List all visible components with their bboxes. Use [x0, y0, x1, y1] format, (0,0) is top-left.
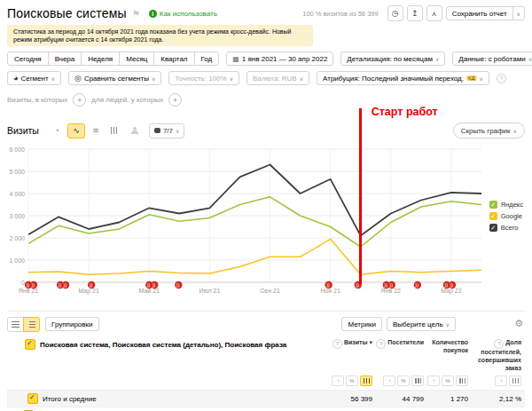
annotation-line — [359, 108, 363, 284]
cell-value: 2,12 % — [468, 395, 521, 403]
save-report-button[interactable]: Сохранить отчет — [446, 6, 513, 20]
bookmark-icon[interactable]: ⚑ — [132, 9, 140, 19]
row-checkbox[interactable] — [27, 393, 38, 404]
svg-text:)): )) — [27, 282, 30, 288]
period-tab-5[interactable]: Год — [194, 51, 220, 66]
svg-text:)): )) — [444, 282, 448, 288]
table-rows: Итого и средние56 39944 7991 2702,12 %+Я… — [7, 390, 525, 411]
svg-text:Мар 22: Мар 22 — [441, 288, 462, 295]
question-icon[interactable]: ? — [494, 339, 504, 349]
percent-icon[interactable]: % — [346, 375, 358, 386]
page-title: Поисковые системы — [7, 6, 127, 20]
pie-chart-icon[interactable]: ◔ — [427, 375, 440, 386]
period-filter-row: СегодняВчераНеделяМесяцКварталГод ▦ 1 ян… — [7, 51, 525, 66]
segment-icon: ◕ — [13, 74, 18, 83]
legend-checkbox[interactable]: ✓ — [489, 224, 497, 232]
period-tab-0[interactable]: Сегодня — [7, 51, 49, 66]
accuracy-dropdown[interactable]: Точность: 100%∨ — [168, 71, 239, 85]
bar-chart-toggle[interactable] — [106, 123, 124, 138]
save-report-dropdown[interactable]: ∨ — [512, 6, 525, 20]
question-icon[interactable]: ? — [332, 339, 342, 349]
attribution-badge: КД — [466, 75, 477, 81]
legend-item-всего[interactable]: ✓Всего — [489, 224, 523, 232]
chevron-down-icon: ∨ — [230, 75, 233, 82]
groupings-button[interactable]: Группировки — [45, 317, 99, 331]
save-report-group: Сохранить отчет ∨ — [446, 6, 525, 20]
cell-value: 44 799 — [372, 395, 424, 403]
export-button[interactable]: ↥ — [407, 5, 423, 21]
bar-chart-icon[interactable] — [509, 375, 521, 386]
chevron-down-icon: ∨ — [517, 11, 520, 17]
list-view-button[interactable] — [7, 317, 24, 332]
gear-icon[interactable]: ⚙ — [514, 318, 523, 329]
report-header: Поисковые системы ⚑ i Как использовать 1… — [0, 0, 532, 22]
chart-legend: ✓Яндекс✓Google✓Всего — [489, 201, 523, 232]
period-tab-3[interactable]: Месяц — [119, 51, 154, 66]
currency-dropdown[interactable]: Валюта: RUB∨ — [246, 71, 309, 85]
metric-display-icons-row: ◔% ◔% ◔% ◔ — [7, 374, 525, 390]
detail-dropdown[interactable]: Детализация: по месяцам∨ — [340, 51, 445, 66]
visits-filter-label: Визиты, в которых — [7, 96, 67, 104]
pie-chart-icon[interactable]: ◔ — [495, 375, 507, 386]
attribution-dropdown[interactable]: Атрибуция: Последний значимый переход, К… — [317, 71, 489, 85]
people-filter-label: для людей, у которых — [91, 96, 163, 104]
clock-icon: ◷ — [392, 9, 399, 18]
legend-checkbox[interactable]: ✓ — [489, 212, 497, 220]
chart-body: 01 0002 0003 0004 0005 0006 000Янв 21Мар… — [7, 142, 525, 304]
period-tab-4[interactable]: Квартал — [153, 51, 194, 66]
svg-text:)): )) — [32, 282, 35, 288]
add-people-filter-button[interactable]: + — [168, 93, 182, 107]
bar-chart-icon[interactable] — [360, 375, 372, 386]
legend-label: Всего — [501, 224, 519, 232]
comments-counter-dropdown[interactable]: 7/7 ∨ — [149, 123, 185, 138]
how-to-use-link[interactable]: i Как использовать — [149, 10, 217, 18]
percent-icon[interactable]: % — [442, 375, 454, 386]
column-header-visits[interactable]: ? Визиты ▾ — [321, 339, 372, 349]
line-chart-toggle[interactable]: ∿ — [67, 123, 85, 138]
metrics-button[interactable]: Метрики — [341, 317, 382, 331]
hide-chart-button[interactable]: Скрыть график∧ — [453, 123, 525, 138]
person-icon — [131, 127, 138, 135]
column-header-visitors[interactable]: ? Посетители — [372, 339, 424, 349]
segment-button[interactable]: ◕ Сегмент∨ — [7, 71, 61, 85]
bar-chart-icon — [111, 127, 119, 134]
bar-chart-icon[interactable] — [411, 375, 424, 386]
svg-text:1 000: 1 000 — [9, 257, 25, 264]
person-chart-toggle[interactable] — [126, 123, 144, 138]
period-tab-1[interactable]: Вчера — [48, 51, 82, 66]
history-button[interactable]: ◷ — [387, 5, 403, 21]
compare-reports-button[interactable]: Y — [426, 5, 442, 21]
stacked-chart-toggle[interactable]: ≋ — [87, 123, 105, 138]
visits-line-chart[interactable]: 01 0002 0003 0004 0005 0006 000Янв 21Мар… — [7, 142, 525, 304]
view-toggle-group — [7, 317, 40, 332]
legend-checkbox[interactable]: ✓ — [489, 201, 497, 209]
period-tab-2[interactable]: Неделя — [81, 51, 120, 66]
svg-text:)): )) — [326, 282, 330, 288]
select-goal-dropdown[interactable]: Выберите цель∨ — [387, 317, 456, 331]
question-icon[interactable]: ? — [497, 74, 506, 83]
date-range-button[interactable]: ▦ 1 янв 2021 — 30 апр 2022 — [226, 51, 333, 66]
pie-chart-icon[interactable]: ◔ — [383, 375, 395, 386]
percent-icon[interactable]: % — [397, 375, 410, 386]
tree-view-button[interactable] — [23, 317, 40, 332]
pie-chart-toggle[interactable]: ◔ — [48, 123, 66, 138]
segment-filter-row: ◕ Сегмент∨ ◎ Сравнить сегменты∨ Точность… — [7, 71, 525, 85]
pie-chart-icon[interactable]: ◔ — [332, 375, 344, 386]
table-row-totals: Итого и средние56 39944 7991 2702,12 % — [7, 390, 525, 407]
table-header-row: Поисковая система, Поисковая система (де… — [7, 333, 525, 374]
compare-segments-button[interactable]: ◎ Сравнить сегменты∨ — [68, 71, 161, 85]
table-row-яндекс: +ЯЯндекс45 79336 0049801,95 % — [7, 407, 525, 411]
chevron-down-icon: ∨ — [446, 321, 450, 328]
data-mode-dropdown[interactable]: Данные: с роботами∨ — [452, 51, 532, 66]
bar-chart-icon[interactable] — [456, 375, 468, 386]
add-visit-filter-button[interactable]: + — [73, 93, 86, 107]
question-icon[interactable]: ? — [376, 339, 386, 349]
column-header-purchases[interactable]: Количество покупок — [424, 339, 468, 355]
period-tabs: СегодняВчераНеделяМесяцКварталГод — [7, 51, 219, 66]
svg-text:Сен 21: Сен 21 — [260, 288, 280, 294]
legend-item-яндекс[interactable]: ✓Яндекс — [489, 201, 523, 209]
legend-item-google[interactable]: ✓Google — [489, 212, 523, 220]
column-header-order-share[interactable]: ? Доля посетителей, совершивших заказ — [468, 339, 521, 372]
compare-icon: ◎ — [74, 74, 82, 83]
select-all-checkbox[interactable] — [25, 339, 35, 350]
